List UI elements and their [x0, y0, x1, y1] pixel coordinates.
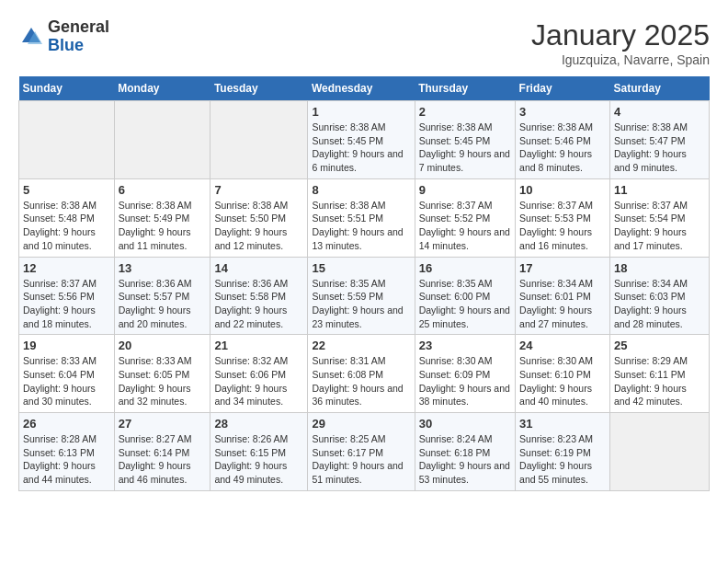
calendar-cell: 14Sunrise: 8:36 AM Sunset: 5:58 PM Dayli…	[210, 257, 308, 335]
title-block: January 2025 Iguzquiza, Navarre, Spain	[531, 18, 710, 67]
day-number: 24	[519, 339, 606, 352]
day-number: 12	[23, 261, 110, 275]
calendar-table: SundayMondayTuesdayWednesdayThursdayFrid…	[18, 76, 710, 491]
day-info: Sunrise: 8:36 AM Sunset: 5:57 PM Dayligh…	[119, 277, 207, 331]
day-info: Sunrise: 8:31 AM Sunset: 6:08 PM Dayligh…	[312, 354, 410, 408]
day-number: 3	[519, 105, 606, 119]
day-info: Sunrise: 8:33 AM Sunset: 6:04 PM Dayligh…	[23, 354, 110, 408]
calendar-cell: 23Sunrise: 8:30 AM Sunset: 6:09 PM Dayli…	[415, 335, 515, 413]
day-info: Sunrise: 8:34 AM Sunset: 6:03 PM Dayligh…	[614, 277, 705, 331]
calendar-cell: 26Sunrise: 8:28 AM Sunset: 6:13 PM Dayli…	[19, 413, 115, 491]
day-number: 16	[419, 261, 511, 275]
calendar-week-row: 26Sunrise: 8:28 AM Sunset: 6:13 PM Dayli…	[19, 413, 710, 491]
weekday-header: Saturday	[609, 76, 709, 101]
calendar-cell: 13Sunrise: 8:36 AM Sunset: 5:57 PM Dayli…	[114, 257, 210, 335]
calendar-week-row: 1Sunrise: 8:38 AM Sunset: 5:45 PM Daylig…	[19, 101, 710, 179]
calendar-cell: 21Sunrise: 8:32 AM Sunset: 6:06 PM Dayli…	[210, 335, 308, 413]
day-number: 6	[119, 183, 207, 197]
day-info: Sunrise: 8:35 AM Sunset: 6:00 PM Dayligh…	[419, 277, 511, 331]
day-info: Sunrise: 8:38 AM Sunset: 5:47 PM Dayligh…	[614, 121, 705, 175]
day-number: 11	[614, 183, 705, 197]
logo-blue-text: Blue	[48, 36, 84, 54]
day-info: Sunrise: 8:32 AM Sunset: 6:06 PM Dayligh…	[214, 354, 303, 408]
calendar-cell: 30Sunrise: 8:24 AM Sunset: 6:18 PM Dayli…	[415, 413, 515, 491]
calendar-cell: 27Sunrise: 8:27 AM Sunset: 6:14 PM Dayli…	[114, 413, 210, 491]
calendar-cell: 11Sunrise: 8:37 AM Sunset: 5:54 PM Dayli…	[609, 178, 709, 257]
calendar-cell: 4Sunrise: 8:38 AM Sunset: 5:47 PM Daylig…	[609, 101, 709, 179]
calendar-cell: 7Sunrise: 8:38 AM Sunset: 5:50 PM Daylig…	[210, 178, 308, 257]
calendar-cell: 5Sunrise: 8:38 AM Sunset: 5:48 PM Daylig…	[19, 178, 115, 257]
day-number: 4	[614, 105, 705, 119]
logo-general-text: General	[48, 17, 109, 36]
day-number: 1	[312, 105, 410, 119]
day-number: 2	[419, 105, 511, 119]
day-info: Sunrise: 8:38 AM Sunset: 5:49 PM Dayligh…	[119, 199, 207, 253]
calendar-cell: 3Sunrise: 8:38 AM Sunset: 5:46 PM Daylig…	[516, 101, 610, 179]
day-info: Sunrise: 8:38 AM Sunset: 5:50 PM Dayligh…	[214, 199, 303, 253]
day-number: 14	[214, 261, 303, 275]
day-info: Sunrise: 8:35 AM Sunset: 5:59 PM Dayligh…	[312, 277, 410, 331]
day-number: 30	[419, 417, 511, 431]
day-info: Sunrise: 8:25 AM Sunset: 6:17 PM Dayligh…	[312, 432, 410, 487]
day-number: 26	[23, 417, 110, 431]
calendar-cell: 12Sunrise: 8:37 AM Sunset: 5:56 PM Dayli…	[19, 257, 115, 335]
calendar-cell: 2Sunrise: 8:38 AM Sunset: 5:45 PM Daylig…	[415, 101, 515, 179]
day-info: Sunrise: 8:24 AM Sunset: 6:18 PM Dayligh…	[419, 432, 511, 487]
day-info: Sunrise: 8:37 AM Sunset: 5:54 PM Dayligh…	[614, 199, 705, 253]
logo: General Blue	[18, 18, 109, 55]
calendar-cell: 28Sunrise: 8:26 AM Sunset: 6:15 PM Dayli…	[210, 413, 308, 491]
calendar-cell: 1Sunrise: 8:38 AM Sunset: 5:45 PM Daylig…	[308, 101, 415, 179]
day-number: 19	[23, 339, 110, 352]
calendar-cell: 20Sunrise: 8:33 AM Sunset: 6:05 PM Dayli…	[114, 335, 210, 413]
calendar-cell	[609, 413, 709, 491]
day-info: Sunrise: 8:29 AM Sunset: 6:11 PM Dayligh…	[614, 354, 705, 408]
calendar-cell	[19, 101, 115, 179]
weekday-header: Monday	[114, 76, 210, 101]
logo-icon	[18, 24, 44, 50]
day-info: Sunrise: 8:38 AM Sunset: 5:46 PM Dayligh…	[519, 121, 606, 175]
calendar-cell: 25Sunrise: 8:29 AM Sunset: 6:11 PM Dayli…	[609, 335, 709, 413]
day-info: Sunrise: 8:36 AM Sunset: 5:58 PM Dayligh…	[214, 277, 303, 331]
calendar-week-row: 19Sunrise: 8:33 AM Sunset: 6:04 PM Dayli…	[19, 335, 710, 413]
day-number: 17	[519, 261, 606, 275]
calendar-cell	[210, 101, 308, 179]
day-info: Sunrise: 8:33 AM Sunset: 6:05 PM Dayligh…	[119, 354, 207, 408]
day-number: 5	[23, 183, 110, 197]
calendar-cell: 17Sunrise: 8:34 AM Sunset: 6:01 PM Dayli…	[516, 257, 610, 335]
day-number: 22	[312, 339, 410, 352]
calendar-cell: 8Sunrise: 8:38 AM Sunset: 5:51 PM Daylig…	[308, 178, 415, 257]
month-title: January 2025	[531, 18, 710, 52]
day-number: 23	[419, 339, 511, 352]
calendar-cell: 9Sunrise: 8:37 AM Sunset: 5:52 PM Daylig…	[415, 178, 515, 257]
day-info: Sunrise: 8:30 AM Sunset: 6:09 PM Dayligh…	[419, 354, 511, 408]
day-number: 28	[214, 417, 303, 431]
day-number: 21	[214, 339, 303, 352]
day-info: Sunrise: 8:27 AM Sunset: 6:14 PM Dayligh…	[119, 432, 207, 487]
day-number: 13	[119, 261, 207, 275]
calendar-cell: 22Sunrise: 8:31 AM Sunset: 6:08 PM Dayli…	[308, 335, 415, 413]
day-info: Sunrise: 8:26 AM Sunset: 6:15 PM Dayligh…	[214, 432, 303, 487]
day-info: Sunrise: 8:38 AM Sunset: 5:51 PM Dayligh…	[312, 199, 410, 253]
day-info: Sunrise: 8:38 AM Sunset: 5:45 PM Dayligh…	[312, 121, 410, 175]
calendar-cell: 31Sunrise: 8:23 AM Sunset: 6:19 PM Dayli…	[516, 413, 610, 491]
day-info: Sunrise: 8:38 AM Sunset: 5:48 PM Dayligh…	[23, 199, 110, 253]
day-number: 9	[419, 183, 511, 197]
calendar-cell: 10Sunrise: 8:37 AM Sunset: 5:53 PM Dayli…	[516, 178, 610, 257]
day-number: 7	[214, 183, 303, 197]
weekday-header: Tuesday	[210, 76, 308, 101]
day-info: Sunrise: 8:37 AM Sunset: 5:52 PM Dayligh…	[419, 199, 511, 253]
location-text: Iguzquiza, Navarre, Spain	[531, 52, 710, 67]
day-number: 31	[519, 417, 606, 431]
calendar-cell: 16Sunrise: 8:35 AM Sunset: 6:00 PM Dayli…	[415, 257, 515, 335]
day-info: Sunrise: 8:30 AM Sunset: 6:10 PM Dayligh…	[519, 354, 606, 408]
page-header: General Blue January 2025 Iguzquiza, Nav…	[18, 18, 710, 67]
day-number: 27	[119, 417, 207, 431]
weekday-header: Thursday	[415, 76, 515, 101]
day-info: Sunrise: 8:23 AM Sunset: 6:19 PM Dayligh…	[519, 432, 606, 487]
weekday-header: Friday	[516, 76, 610, 101]
day-info: Sunrise: 8:38 AM Sunset: 5:45 PM Dayligh…	[419, 121, 511, 175]
day-info: Sunrise: 8:37 AM Sunset: 5:56 PM Dayligh…	[23, 277, 110, 331]
day-number: 8	[312, 183, 410, 197]
day-number: 10	[519, 183, 606, 197]
day-number: 18	[614, 261, 705, 275]
